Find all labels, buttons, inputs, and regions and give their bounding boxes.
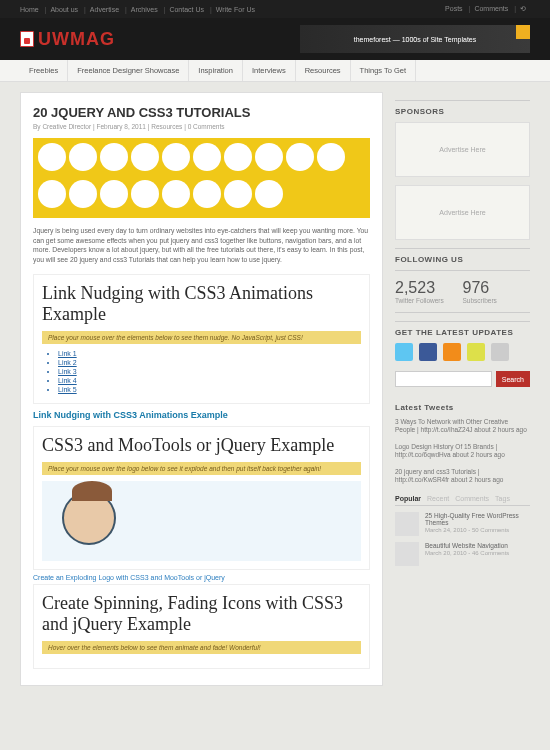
tutorial-demo: Link Nudging with CSS3 Animations Exampl… [33,274,370,404]
demo-link[interactable]: Link 3 [58,368,361,375]
sidebar: SPONSORS Advertise Here Advertise Here F… [395,92,530,686]
subscriber-count: 976 [463,279,531,297]
tutorial-demo: Create Spinning, Fading Icons with CSS3 … [33,584,370,669]
rss-icon[interactable]: ⟲ [520,5,530,13]
demo-link[interactable]: Link 2 [58,359,361,366]
demo-link[interactable]: Link 5 [58,386,361,393]
logo-text: UWMAG [38,29,115,50]
topbar-link[interactable]: Posts [445,5,470,13]
nav-item[interactable]: Inspiration [189,60,243,81]
demo-instruction: Place your mouse over the logo below to … [42,462,361,475]
popular-item[interactable]: Beautiful Website NavigationMarch 20, 20… [395,542,530,566]
ad-slot[interactable]: Advertise Here [395,185,530,240]
topbar-link[interactable]: Home [20,6,46,13]
sidebar-tabs: Popular Recent Comments Tags [395,495,530,506]
twitter-count: 2,523 [395,279,463,297]
topbar-link[interactable]: About us [50,6,85,13]
logo-icon [20,31,34,47]
topbar-left: Home About us Advertise Archives Contact… [20,6,259,13]
topbar-right: Posts Comments ⟲ [445,5,530,13]
post-meta: By Creative Director | February 8, 2011 … [33,123,370,130]
tutorial-link[interactable]: Create an Exploding Logo with CSS3 and M… [33,574,370,581]
facebook-icon[interactable] [419,343,437,361]
header-banner-ad[interactable]: themeforest — 1000s of Site Templates [300,25,530,53]
subscriber-label: Subscribers [463,297,531,304]
sponsors-title: SPONSORS [395,100,530,116]
demo-heading: Link Nudging with CSS3 Animations Exampl… [42,283,361,325]
tab-popular[interactable]: Popular [395,495,421,502]
digg-icon[interactable] [467,343,485,361]
ad-slot[interactable]: Advertise Here [395,122,530,177]
site-logo[interactable]: UWMAG [20,29,115,50]
following-title: FOLLOWING US [395,248,530,264]
topbar-link[interactable]: Comments [474,5,516,13]
topbar-link[interactable]: Write For Us [216,6,259,13]
updates-title: GET THE LATEST UPDATES [395,321,530,337]
nav-item[interactable]: Freelance Designer Showcase [68,60,189,81]
thumbnail-icon [395,512,419,536]
demo-heading: CSS3 and MooTools or jQuery Example [42,435,361,456]
popular-item[interactable]: 25 High-Quality Free WordPress ThemesMar… [395,512,530,536]
demo-link[interactable]: Link 1 [58,350,361,357]
tweet[interactable]: 3 Ways To Network with Other Creative Pe… [395,418,530,435]
post-intro: Jquery is being used every day to turn o… [33,226,370,264]
demo-instruction: Hover over the elements below to see the… [42,641,361,654]
tab-tags[interactable]: Tags [495,495,510,502]
tutorial-link[interactable]: Link Nudging with CSS3 Animations Exampl… [33,410,370,420]
demo-image [42,481,361,561]
twitter-label: Twitter Followers [395,297,463,304]
nav-item[interactable]: Things To Get [351,60,417,81]
tweets-title: Latest Tweets [395,397,530,412]
topbar-link[interactable]: Advertise [90,6,127,13]
demo-instruction: Place your mouse over the elements below… [42,331,361,344]
tab-comments[interactable]: Comments [455,495,489,502]
tweet[interactable]: 20 jquery and css3 Tutorials | http://t.… [395,468,530,485]
main-nav: Freebies Freelance Designer Showcase Ins… [20,60,530,81]
rss-icon[interactable] [443,343,461,361]
featured-image [33,138,370,218]
mail-icon[interactable] [491,343,509,361]
main-content: 20 JQUERY AND CSS3 TUTORIALS By Creative… [20,92,383,686]
demo-heading: Create Spinning, Fading Icons with CSS3 … [42,593,361,635]
search-input[interactable] [395,371,492,387]
nav-item[interactable]: Resources [296,60,351,81]
search-button[interactable]: Search [496,371,530,387]
nav-item[interactable]: Interviews [243,60,296,81]
post-title: 20 JQUERY AND CSS3 TUTORIALS [33,105,370,120]
tab-recent[interactable]: Recent [427,495,449,502]
twitter-icon[interactable] [395,343,413,361]
tweet[interactable]: Logo Design History Of 15 Brands | http:… [395,443,530,460]
nav-item[interactable]: Freebies [20,60,68,81]
demo-link[interactable]: Link 4 [58,377,361,384]
tutorial-demo: CSS3 and MooTools or jQuery Example Plac… [33,426,370,570]
topbar-link[interactable]: Archives [131,6,166,13]
thumbnail-icon [395,542,419,566]
topbar-link[interactable]: Contact Us [169,6,211,13]
